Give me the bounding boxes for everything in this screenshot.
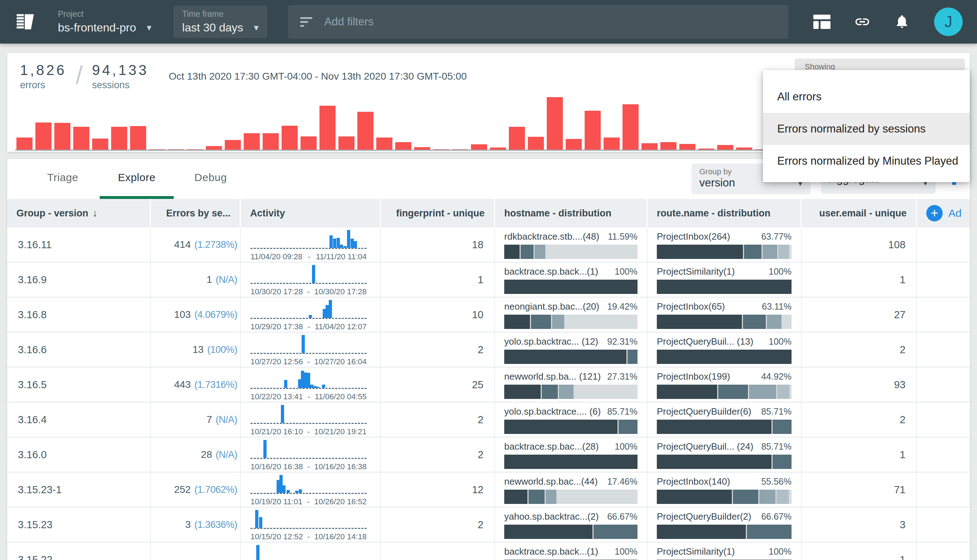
histogram-bar[interactable] bbox=[452, 149, 468, 150]
histogram-bar[interactable] bbox=[414, 147, 430, 150]
histogram-bar[interactable] bbox=[35, 122, 52, 150]
histogram-bar[interactable] bbox=[679, 144, 695, 150]
table-row[interactable]: 3.15.233(1.3636%)10/15/20 12:52-10/16/20… bbox=[7, 508, 970, 542]
histogram-bar[interactable] bbox=[301, 137, 317, 150]
histogram-bar[interactable] bbox=[585, 111, 601, 150]
histogram-bar[interactable] bbox=[395, 142, 411, 150]
showing-menu-option[interactable]: All errors bbox=[763, 81, 970, 113]
column-header-activity[interactable]: Activity bbox=[241, 199, 381, 228]
histogram-bar[interactable] bbox=[717, 145, 733, 150]
histogram-bar[interactable] bbox=[338, 137, 354, 150]
hostname-dist-head: rdkbacktrace.stb....(48)11.59% bbox=[504, 231, 638, 242]
histogram-bar[interactable] bbox=[547, 97, 563, 150]
timeframe-value: last 30 days bbox=[182, 21, 243, 34]
histogram-bar[interactable] bbox=[168, 149, 184, 150]
histogram-bar[interactable] bbox=[660, 142, 676, 150]
project-selector[interactable]: Project bs-frontend-pro ▾ bbox=[58, 9, 152, 34]
route-name-dist-head: ProjectQueryBuilder(2)66.67% bbox=[657, 511, 792, 522]
histogram-bar[interactable] bbox=[149, 149, 165, 150]
tab-triage[interactable]: Triage bbox=[26, 159, 100, 199]
column-header-fingerprint-unique[interactable]: fingerprint - unique bbox=[381, 199, 495, 228]
column-header-user-email-unique[interactable]: user.email - unique bbox=[802, 199, 917, 228]
histogram-bar[interactable] bbox=[54, 123, 70, 150]
histogram-bar[interactable] bbox=[263, 133, 279, 150]
histogram-bar[interactable] bbox=[319, 106, 336, 150]
histogram-bar[interactable] bbox=[509, 127, 525, 150]
histogram-bar[interactable] bbox=[623, 104, 639, 150]
hostname-top-value: backtrace.sp.back...(1) bbox=[504, 266, 598, 277]
activity-end-date: 10/27/20 16:04 bbox=[314, 357, 367, 367]
tab-debug[interactable]: Debug bbox=[174, 159, 248, 199]
column-header-group-version[interactable]: Group - version↓ bbox=[7, 199, 151, 228]
table-row[interactable]: 3.16.47(N/A)10/21/20 16:10-10/21/20 19:2… bbox=[7, 402, 970, 438]
hostname-top-value: newworld.sp.ba... (121) bbox=[504, 371, 601, 382]
cell-user-email-unique: 3 bbox=[802, 508, 917, 542]
histogram-bar[interactable] bbox=[111, 127, 127, 150]
table-row[interactable]: 3.16.11414(1.2738%)11/04/20 09:28-11/11/… bbox=[7, 228, 970, 262]
hostname-top-value: backtrace.sp.bac...(28) bbox=[504, 441, 599, 452]
histogram-bar[interactable] bbox=[187, 149, 203, 150]
histogram-bar[interactable] bbox=[698, 148, 714, 150]
activity-date-range: 10/27/20 12:56-10/27/20 16:04 bbox=[251, 357, 367, 367]
date-separator: - bbox=[307, 497, 309, 507]
table-row[interactable]: 3.16.91(N/A)10/30/20 17:28-10/30/20 17:2… bbox=[7, 262, 970, 298]
errors-percent: (100%) bbox=[207, 344, 237, 355]
sparkline-bar bbox=[263, 440, 267, 458]
table-row[interactable]: 3.16.613(100%)10/27/20 12:56-10/27/20 16… bbox=[7, 332, 970, 368]
table-row[interactable]: 3.15.23-1252(1.7062%)10/19/20 11:01-10/2… bbox=[7, 472, 970, 508]
dashboard-layout-icon[interactable] bbox=[813, 15, 830, 29]
table-row[interactable]: 3.16.8103(4.0679%)10/29/20 17:38-11/04/2… bbox=[7, 298, 970, 332]
histogram-bar[interactable] bbox=[92, 138, 108, 150]
column-header-errors-by-se-[interactable]: Errors by se... bbox=[151, 199, 241, 228]
tab-explore[interactable]: Explore bbox=[100, 159, 174, 199]
column-header-route-name-distribution[interactable]: route.name - distribution bbox=[648, 199, 802, 228]
histogram-bar[interactable] bbox=[357, 112, 373, 150]
add-column-plus-icon[interactable]: + bbox=[926, 205, 943, 222]
timeframe-selector[interactable]: Time frame last 30 days ▾ bbox=[174, 6, 267, 38]
sparkline-bar bbox=[322, 385, 325, 388]
histogram-bar[interactable] bbox=[566, 139, 582, 150]
histogram-bar[interactable] bbox=[736, 148, 752, 150]
table-row[interactable]: 3.16.5443(1.7316%)10/22/20 13:41-11/06/2… bbox=[7, 368, 970, 402]
histogram-bar[interactable] bbox=[130, 126, 146, 150]
link-icon[interactable] bbox=[854, 13, 870, 30]
activity-end-date: 10/16/20 16:38 bbox=[314, 462, 367, 472]
app-root: Project bs-frontend-pro ▾ Time frame las… bbox=[0, 0, 977, 560]
histogram-bar[interactable] bbox=[471, 144, 487, 150]
histogram-bar[interactable] bbox=[17, 138, 33, 150]
activity-sparkline bbox=[251, 545, 367, 560]
histogram-bar[interactable] bbox=[282, 126, 298, 150]
hostname-dist-head: backtrace.sp.bac...(28)100% bbox=[504, 441, 638, 452]
top-navbar: Project bs-frontend-pro ▾ Time frame las… bbox=[0, 0, 977, 43]
activity-start-date: 10/16/20 16:38 bbox=[251, 462, 303, 472]
add-filters-input[interactable]: Add filters bbox=[288, 5, 788, 38]
column-header-hostname-distribution[interactable]: hostname - distribution bbox=[495, 199, 648, 228]
route-name-dist-head: ProjectQueryBuilder(6)85.71% bbox=[657, 406, 792, 417]
cell-group-version: 3.16.4 bbox=[7, 402, 151, 437]
histogram-bar[interactable] bbox=[225, 140, 241, 150]
user-avatar[interactable]: J bbox=[934, 8, 963, 36]
bell-icon[interactable] bbox=[894, 13, 910, 30]
sparkline-bar bbox=[299, 489, 302, 493]
showing-menu-option[interactable]: Errors normalized by Minutes Played bbox=[763, 145, 970, 177]
tab-bar: TriageExploreDebug bbox=[7, 159, 248, 199]
cell-fingerprint-unique: 10 bbox=[381, 298, 495, 332]
histogram-bar[interactable] bbox=[433, 149, 449, 150]
histogram-bar[interactable] bbox=[376, 138, 392, 150]
histogram-bar[interactable] bbox=[604, 138, 620, 150]
histogram-bar[interactable] bbox=[206, 146, 222, 150]
histogram-bar[interactable] bbox=[490, 148, 506, 150]
activity-start-date: 10/15/20 12:52 bbox=[251, 532, 303, 542]
cell-fingerprint-unique: 12 bbox=[381, 472, 495, 507]
histogram-bar[interactable] bbox=[641, 143, 658, 150]
column-header-ad[interactable]: +Ad bbox=[917, 199, 970, 228]
table-row[interactable]: 3.15.22backtrace.sp.back...(1)100%Projec… bbox=[7, 542, 970, 560]
showing-menu-option[interactable]: Errors normalized by sessions bbox=[763, 113, 970, 145]
column-header-label: hostname - distribution bbox=[504, 208, 611, 219]
histogram-bar[interactable] bbox=[528, 137, 544, 150]
table-row[interactable]: 3.16.028(N/A)10/16/20 16:38-10/16/20 16:… bbox=[7, 438, 970, 472]
histogram-bar[interactable] bbox=[73, 127, 89, 150]
distribution-segment bbox=[504, 525, 593, 539]
hostname-top-value: neongiant.sp.bac...(20) bbox=[504, 301, 599, 312]
histogram-bar[interactable] bbox=[244, 133, 260, 150]
